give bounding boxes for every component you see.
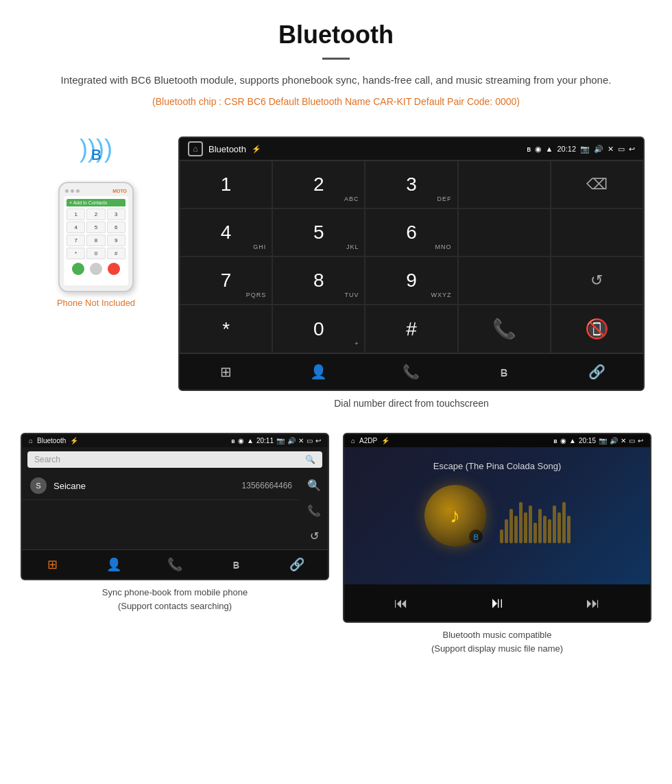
phone-dot-3	[76, 189, 80, 193]
music-close-icon: ✕	[621, 437, 626, 444]
music-back-icon: ↩	[638, 437, 643, 444]
dial-bottom-nav: ⊞ 👤 📞 ʙ 🔗	[180, 353, 643, 390]
music-location-icon: ◉	[560, 437, 566, 444]
dial-cell-empty-1	[458, 161, 551, 209]
nav-phone-icon[interactable]: 📞	[365, 354, 457, 390]
pb-nav-person[interactable]: 👤	[83, 550, 144, 579]
close-icon: ✕	[608, 145, 614, 154]
dial-key-9[interactable]: 9WXYZ	[365, 257, 457, 305]
music-album-art: ♪ ʙ	[424, 485, 486, 547]
eq-bar	[519, 502, 523, 543]
phone-not-included-text: Phone Not Included	[57, 298, 135, 308]
header-specs: (Bluetooth chip : CSR BC6 Default Blueto…	[14, 94, 658, 109]
skip-next-btn[interactable]: ⏭	[586, 595, 600, 611]
phonebook-caption-line1: Sync phone-book from mobile phone	[102, 587, 248, 597]
pb-contact-row: S Seicane 13566664466	[22, 472, 300, 500]
camera-icon: 📷	[580, 145, 590, 154]
music-content: ♪ ʙ	[424, 485, 571, 547]
eq-bar	[524, 512, 527, 543]
dial-key-0[interactable]: 0+	[272, 305, 365, 353]
volume-icon: 🔊	[594, 145, 603, 154]
pb-contact-phone: 13566664466	[242, 481, 292, 490]
dial-key-6[interactable]: 6MNO	[365, 209, 457, 257]
music-caption-line2: (Support display music file name)	[431, 643, 563, 654]
music-screen: ⌂ A2DP ⚡ ʙ ◉ ▲ 20:15 📷 🔊 ✕ ▭ ↩ E	[343, 433, 651, 623]
dial-key-3[interactable]: 3DEF	[365, 161, 457, 209]
skip-prev-btn[interactable]: ⏮	[394, 595, 408, 611]
pb-right-icons: 🔍 📞 ↺	[300, 472, 328, 549]
call-button[interactable]: 📞	[458, 305, 551, 353]
window-icon: ▭	[618, 145, 625, 154]
music-signal-icon: ▲	[569, 437, 576, 444]
pb-contact-initial: S	[36, 482, 40, 490]
pb-nav-grid[interactable]: ⊞	[22, 550, 83, 579]
dial-key-3-sub: DEF	[437, 195, 452, 202]
phone-key-7: 7	[67, 235, 85, 246]
equalizer	[500, 488, 571, 543]
pb-search-box[interactable]: Search 🔍	[27, 451, 322, 468]
pb-nav-phone[interactable]: 📞	[144, 550, 205, 579]
dial-key-4-sub: GHI	[253, 243, 266, 250]
nav-link-icon[interactable]: 🔗	[551, 354, 643, 390]
pb-usb-icon: ⚡	[70, 437, 78, 444]
eq-bar	[533, 523, 537, 543]
music-status-bar: ⌂ A2DP ⚡ ʙ ◉ ▲ 20:15 📷 🔊 ✕ ▭ ↩	[344, 434, 650, 447]
pb-close-icon: ✕	[298, 437, 304, 444]
phone-dots	[65, 189, 80, 193]
refresh-btn[interactable]: ↺	[551, 257, 643, 305]
dial-device-screen: ⌂ Bluetooth ⚡ ʙ ◉ ▲ 20:12 📷 🔊 ✕ ▭ ↩	[178, 136, 645, 391]
end-call-button[interactable]: 📵	[551, 305, 643, 353]
dial-key-0-sub: +	[355, 340, 359, 347]
pb-signal-icon: ▲	[247, 437, 254, 444]
phonebook-caption: Sync phone-book from mobile phone (Suppo…	[21, 586, 329, 613]
dial-cell-empty-2	[458, 209, 551, 257]
pb-nav-link[interactable]: 🔗	[267, 550, 328, 579]
dial-key-1[interactable]: 1	[180, 161, 272, 209]
music-camera-icon: 📷	[599, 437, 607, 444]
pb-title: Bluetooth	[37, 437, 66, 444]
music-time: 20:15	[579, 437, 596, 444]
dial-key-6-sub: MNO	[435, 243, 452, 250]
phonebook-screen: ⌂ Bluetooth ⚡ ʙ ◉ ▲ 20:11 📷 🔊 ✕ ▭ ↩	[21, 433, 329, 580]
dialpad-grid: 1 2ABC 3DEF ⌫ 4GHI 5JKL 6MNO 7PQRS 8TUV …	[180, 160, 643, 353]
phone-screen-header: + Add to Contacts	[67, 199, 125, 206]
music-main-area: Escape (The Pina Colada Song) ♪ ʙ	[344, 447, 650, 584]
phone-call-btn[interactable]	[72, 263, 84, 275]
pb-status-right: ʙ ◉ ▲ 20:11 📷 🔊 ✕ ▭ ↩	[231, 437, 321, 444]
nav-grid-icon[interactable]: ⊞	[180, 354, 272, 390]
pb-contact-area: S Seicane 13566664466 🔍 📞 ↺	[22, 472, 328, 549]
page-header: Bluetooth Integrated with BC6 Bluetooth …	[0, 0, 672, 130]
pb-search-icon: 🔍	[305, 455, 315, 464]
pb-home-icon: ⌂	[29, 437, 33, 444]
dial-key-8-sub: TUV	[344, 292, 359, 298]
dial-screen-wrap: ⌂ Bluetooth ⚡ ʙ ◉ ▲ 20:12 📷 🔊 ✕ ▭ ↩	[178, 136, 645, 409]
music-title: A2DP	[359, 437, 377, 444]
eq-bar	[514, 516, 518, 543]
pb-camera-icon: 📷	[276, 437, 285, 444]
dial-time: 20:12	[557, 145, 576, 153]
pb-refresh-side-icon: ↺	[310, 530, 319, 543]
music-song-title: Escape (The Pina Colada Song)	[433, 461, 561, 471]
music-status-left: ⌂ A2DP ⚡	[351, 437, 389, 444]
play-pause-btn[interactable]: ⏯	[490, 594, 505, 612]
dial-key-2[interactable]: 2ABC	[272, 161, 365, 209]
dial-key-5[interactable]: 5JKL	[272, 209, 365, 257]
pb-nav-bt[interactable]: ʙ	[206, 550, 267, 579]
eq-bar	[553, 506, 556, 543]
phone-key-6: 6	[107, 222, 125, 233]
home-icon[interactable]: ⌂	[188, 141, 203, 156]
nav-bt-icon[interactable]: ʙ	[458, 354, 551, 390]
backspace-btn[interactable]: ⌫	[551, 161, 643, 209]
nav-person-icon[interactable]: 👤	[272, 354, 365, 390]
location-icon: ◉	[535, 145, 542, 154]
dial-key-star[interactable]: *	[180, 305, 272, 353]
dial-key-5-sub: JKL	[346, 243, 359, 250]
eq-bar	[557, 512, 561, 543]
phone-home-btn[interactable]	[90, 263, 102, 275]
dial-key-hash[interactable]: #	[365, 305, 457, 353]
dial-key-8[interactable]: 8TUV	[272, 257, 365, 305]
dial-key-7[interactable]: 7PQRS	[180, 257, 272, 305]
dial-key-4[interactable]: 4GHI	[180, 209, 272, 257]
phone-end-btn[interactable]	[108, 263, 120, 275]
pb-time: 20:11	[256, 437, 274, 444]
